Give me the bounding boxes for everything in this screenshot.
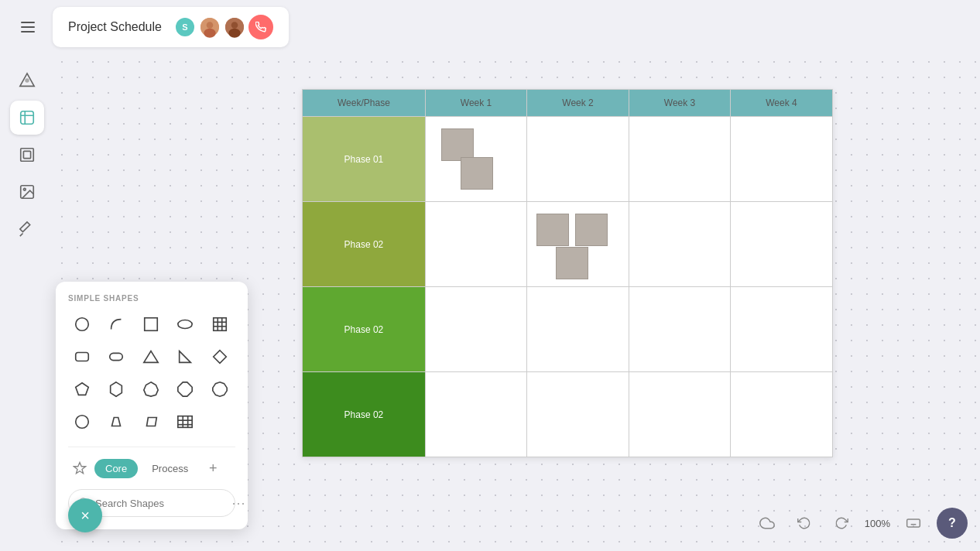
title-bar: Project Schedule S [53,7,289,47]
week1-phase3-cell [425,287,526,372]
search-input[interactable] [95,498,225,509]
week4-phase3-cell [731,287,832,372]
avatar-a [199,16,221,38]
svg-rect-10 [23,151,30,158]
svg-rect-8 [21,111,34,125]
svg-marker-24 [180,351,191,363]
menu-icon [21,22,35,33]
tab-core[interactable]: Core [94,459,138,478]
table-row: Phase 02 [303,372,833,457]
menu-button[interactable] [12,12,43,43]
week2-phase1-cell [527,117,629,202]
week4-phase2-cell [731,202,832,287]
shape-item[interactable] [575,214,608,246]
shape-circle2-btn[interactable] [68,408,96,436]
shape-trapezoid-btn[interactable] [102,408,130,436]
panel-star-icon[interactable] [68,457,91,480]
week3-phase1-cell [629,117,730,202]
redo-button[interactable] [828,509,855,537]
week1-phase2-cell [425,202,526,287]
shape-decagon-btn[interactable] [206,375,234,403]
shape-item[interactable] [461,157,493,190]
zoom-level: 100% [865,518,890,529]
svg-rect-34 [178,416,192,428]
sidebar-shapes-button[interactable] [10,63,44,98]
cloud-save-button[interactable] [753,509,781,537]
left-sidebar [0,54,54,551]
phase-cell-3: Phase 02 [303,287,426,372]
svg-rect-22 [110,353,123,360]
svg-marker-32 [112,418,121,426]
shape-item[interactable] [536,214,569,246]
table-row: Phase 02 [303,287,833,372]
sidebar-frame-button[interactable] [10,138,44,172]
col-header-week3: Week 3 [629,90,730,117]
week2-phase3-cell [527,287,629,372]
week3-phase2-cell [629,202,730,287]
avatars-group: S [174,15,273,39]
table-row: Phase 01 [303,117,833,202]
shape-heptagon-btn[interactable] [137,375,165,403]
close-fab-button[interactable]: × [68,498,102,532]
shape-square-btn[interactable] [137,310,165,338]
shape-grid-btn[interactable] [206,310,234,338]
svg-marker-25 [213,351,226,364]
panel-section-title: SIMPLE SHAPES [68,294,235,303]
week1-phase1-cell [425,117,526,202]
svg-rect-21 [76,353,89,361]
header: Project Schedule S [0,0,980,54]
shape-ellipse-btn[interactable] [171,310,199,338]
shape-arc-btn[interactable] [102,310,130,338]
page-title: Project Schedule [68,20,162,34]
svg-marker-23 [144,351,158,363]
undo-icon [797,516,811,530]
col-header-phase: Week/Phase [303,90,426,117]
svg-marker-39 [74,463,86,474]
call-button[interactable] [248,15,273,39]
keyboard-icon [906,515,921,531]
svg-rect-16 [213,318,226,331]
shape-hexagon-btn[interactable] [102,375,130,403]
shape-circle-btn[interactable] [68,310,96,338]
shape-item[interactable] [441,128,474,161]
svg-rect-9 [21,149,34,162]
shape-item[interactable] [556,247,588,279]
tab-add-button[interactable]: + [202,457,224,479]
shape-octagon-btn[interactable] [171,375,199,403]
shape-pentagon-btn[interactable] [68,375,96,403]
frame-icon [19,146,36,163]
shape-triangle-btn[interactable] [137,343,165,371]
sidebar-image-button[interactable] [10,175,44,209]
shape-parallelogram-btn[interactable] [137,408,165,436]
svg-point-5 [228,29,240,38]
sidebar-draw-button[interactable] [10,212,44,246]
svg-point-12 [23,188,26,190]
svg-point-7 [25,78,29,83]
svg-point-4 [231,22,238,29]
image-icon [19,183,36,200]
svg-marker-27 [111,382,122,396]
tab-process[interactable]: Process [141,459,199,478]
week2-phase2-cell [527,202,629,287]
shape-right-triangle-btn[interactable] [171,343,199,371]
shape-table-btn[interactable] [171,408,199,436]
redo-icon [834,516,848,530]
keyboard-button[interactable] [899,509,927,537]
col-header-week1: Week 1 [425,90,526,117]
shapes-grid [68,310,235,436]
svg-point-15 [178,320,192,329]
help-button[interactable]: ? [937,508,968,539]
svg-marker-33 [146,418,156,426]
shape-rounded-rect-btn[interactable] [68,343,96,371]
table-row: Phase 02 [303,202,833,287]
phase-cell-4: Phase 02 [303,372,426,457]
undo-button[interactable] [790,509,818,537]
svg-marker-30 [212,382,226,396]
more-button[interactable]: ⋯ [231,495,245,512]
week3-phase4-cell [629,372,730,457]
svg-rect-42 [907,519,920,527]
bottom-bar: 100% ? [753,508,968,539]
shape-pill-btn[interactable] [102,343,130,371]
sidebar-sticker-button[interactable] [10,101,44,135]
shape-diamond-btn[interactable] [206,343,234,371]
